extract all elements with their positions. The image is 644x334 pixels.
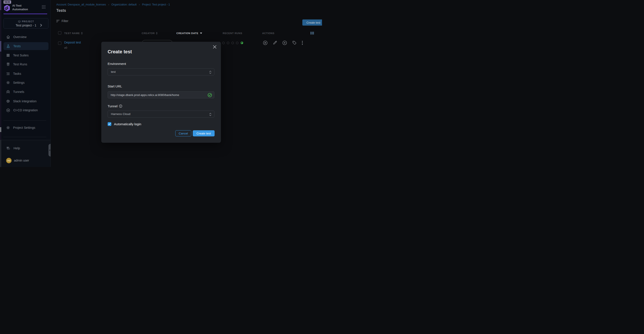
sidebar-item-test-suites[interactable]: Test Suites (4, 51, 48, 59)
filter-row: Filter Create test (56, 19, 68, 26)
plus-circle-icon (282, 41, 287, 45)
flask-icon (6, 44, 10, 48)
run-dot-success[interactable] (240, 42, 243, 44)
sidebar-item-overview[interactable]: Overview (4, 33, 48, 41)
kebab-menu-icon (302, 41, 303, 45)
start-url-label: Start URL (108, 84, 122, 88)
sidebar-item-label: Settings (13, 81, 24, 84)
run-dot[interactable] (232, 42, 234, 44)
modal-title: Create test (108, 49, 132, 55)
screen: NEW AI Test Automation (0, 0, 322, 167)
modal-create-test-button[interactable]: Create test (193, 130, 214, 136)
check-icon (108, 123, 111, 125)
tag-button[interactable] (292, 41, 297, 45)
row-checkbox[interactable] (58, 42, 61, 45)
app-title: AI Test Automation (12, 4, 28, 11)
cancel-button[interactable]: Cancel (175, 130, 191, 136)
breadcrumb-separator: › (108, 3, 109, 6)
close-icon[interactable] (213, 45, 216, 49)
run-test-button[interactable] (263, 41, 268, 45)
auto-login-checkbox-row[interactable]: Automatically login (108, 122, 141, 126)
filter-button[interactable]: Filter (56, 19, 68, 23)
breadcrumb-organization[interactable]: Organization: default (111, 3, 136, 6)
sort-desc-icon (200, 33, 202, 34)
sidebar-item-tasks[interactable]: Tasks (4, 70, 48, 78)
column-settings-icon[interactable] (310, 32, 314, 35)
home-icon (6, 35, 10, 39)
project-label: PROJECT (4, 20, 48, 23)
row-actions (263, 41, 303, 45)
cube-icon (18, 20, 21, 23)
info-icon[interactable] (119, 104, 122, 108)
avatar: AU (6, 158, 12, 163)
sidebar-item-cicd-integration[interactable]: CI-CD integration (4, 106, 48, 114)
app-switcher-icon[interactable] (42, 5, 46, 9)
auto-login-checkbox[interactable] (108, 122, 111, 126)
chevron-right-icon (40, 24, 42, 27)
select-carets-icon (209, 70, 212, 74)
sidebar-item-label: Tasks (13, 72, 21, 75)
environment-label: Environment (108, 62, 126, 66)
tunnel-icon (6, 90, 10, 94)
sidebar-item-label: Tests (13, 44, 21, 48)
table-header: TEST NAME CREATOR CREATION DATE RECENT R… (56, 31, 320, 37)
test-runs-icon (6, 62, 10, 66)
sidebar-item-label: Project Settings (13, 126, 35, 129)
column-header-creator[interactable]: CREATOR (142, 32, 158, 35)
sidebar-divider (4, 120, 46, 121)
start-url-input[interactable]: http://stage.dbank.prod-apps.relicx.ai:8… (108, 91, 214, 98)
run-dot[interactable] (236, 42, 238, 44)
edit-test-button[interactable] (273, 41, 277, 45)
sidebar-item-slack-integration[interactable]: Slack integration (4, 97, 48, 105)
tunnel-label: Tunnel (108, 104, 122, 108)
cicd-icon (6, 108, 10, 112)
project-selector[interactable]: PROJECT Test project - 1 (4, 18, 48, 29)
sidebar-item-label: Help (14, 146, 20, 150)
sidebar-item-project-settings[interactable]: Project Settings (4, 124, 48, 132)
page-title: Tests (56, 8, 66, 13)
column-header-test-name[interactable]: TEST NAME (64, 32, 83, 35)
gear-icon (6, 81, 10, 85)
test-name-link[interactable]: Deposit test (64, 41, 81, 44)
auto-login-label: Automatically login (114, 122, 141, 126)
sidebar-item-label: Slack integration (13, 99, 36, 103)
sort-icon (81, 32, 83, 35)
run-dot[interactable] (222, 42, 225, 44)
environment-select[interactable]: test (108, 68, 214, 75)
svg-text:?: ? (7, 147, 8, 149)
column-header-creation-date[interactable]: CREATION DATE (176, 32, 202, 35)
add-to-suite-button[interactable] (282, 41, 287, 45)
tunnel-select[interactable]: Harness Cloud (108, 111, 214, 118)
sidebar-item-test-runs[interactable]: Test Runs (4, 60, 48, 68)
sidebar-footer: ? Help AU admin user (1, 140, 50, 167)
run-dot[interactable] (227, 42, 229, 44)
sidebar-item-label: Test Runs (13, 63, 27, 66)
sidebar-item-help[interactable]: ? Help (4, 144, 48, 152)
breadcrumb-project[interactable]: Project: Test project - 1 (142, 3, 170, 6)
sidebar-item-label: Overview (13, 35, 26, 39)
play-circle-icon (263, 41, 268, 45)
sidebar-item-settings[interactable]: Settings (4, 79, 48, 87)
sidebar-collapse-handle[interactable] (48, 144, 51, 156)
sidebar-item-tests[interactable]: Tests (4, 42, 48, 50)
help-chat-icon: ? (6, 146, 10, 150)
sidebar-item-tunnels[interactable]: Tunnels (4, 88, 48, 96)
select-carets-icon (209, 113, 212, 116)
sidebar-item-label: CI-CD integration (13, 108, 38, 112)
sort-icon (156, 32, 158, 35)
tasks-icon (6, 72, 10, 76)
user-menu[interactable]: AU admin user (4, 156, 48, 164)
select-all-checkbox[interactable] (58, 31, 61, 35)
modal-buttons: Cancel Create test (175, 130, 214, 136)
sidebar-item-label: Tunnels (13, 90, 24, 94)
filter-label: Filter (62, 19, 68, 23)
breadcrumb-account[interactable]: Account: Devspace_all_module_licenses (56, 3, 106, 6)
create-test-button[interactable]: Create test (302, 20, 322, 26)
pencil-icon (273, 41, 277, 45)
more-menu-button[interactable] (302, 41, 303, 45)
tunnel-value: Harness Cloud (111, 112, 130, 116)
column-header-recent-runs: RECENT RUNS (223, 32, 242, 35)
sidebar-item-label: Test Suites (13, 54, 28, 57)
recent-runs (222, 42, 243, 44)
test-version: v0 (64, 46, 67, 49)
